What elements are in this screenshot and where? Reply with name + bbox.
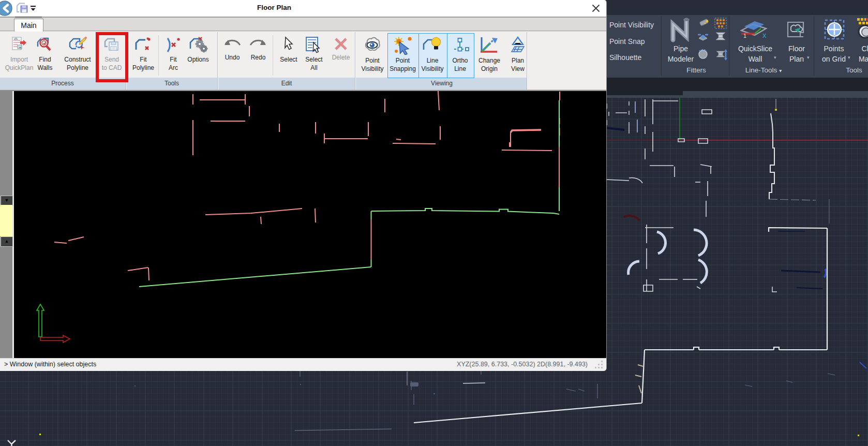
svg-text:1: 1 xyxy=(743,33,746,39)
svg-text:X: X xyxy=(762,33,767,39)
